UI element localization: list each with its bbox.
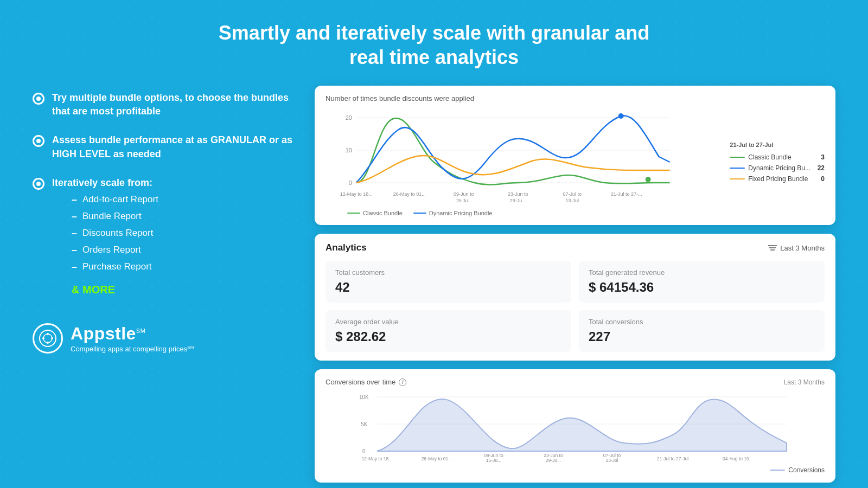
page-title: Smartly and iteratively scale with granu… (0, 0, 868, 86)
bullet-text-2: Assess bundle performance at as GRANULAR… (52, 133, 293, 160)
metric-total-revenue: Total generated revenue $ 64154.36 (579, 261, 825, 303)
bundle-chart-svg: 20 10 0 (326, 108, 721, 206)
bullet-text-1: Try multiple bundle options, to choose t… (52, 91, 293, 118)
svg-text:12-May to 18...: 12-May to 18... (340, 191, 373, 197)
svg-point-12 (618, 113, 624, 119)
filter-label: Last 3 Months (780, 244, 825, 252)
svg-point-5 (51, 337, 53, 339)
svg-point-2 (47, 333, 49, 335)
dynamic-line (413, 213, 426, 214)
svg-text:15-Ju...: 15-Ju... (456, 198, 472, 203)
svg-text:26-May to 01...: 26-May to 01... (422, 456, 452, 461)
sub-item-1: – Add-to-cart Report (72, 194, 158, 206)
conversions-title: Conversions over time i (326, 378, 406, 386)
filter-badge[interactable]: Last 3 Months (768, 244, 825, 252)
bullet-item-2: Assess bundle performance at as GRANULAR… (33, 133, 293, 160)
svg-text:0: 0 (362, 448, 366, 454)
chart1-bottom-legend: Classic Bundle Dynamic Pricing Bundle (326, 210, 721, 216)
sub-item-2: – Bundle Report (72, 211, 158, 222)
appstle-logo-icon (38, 329, 58, 348)
bullet-item-1: Try multiple bundle options, to choose t… (33, 91, 293, 118)
svg-text:29-Ju...: 29-Ju... (546, 458, 561, 462)
analytics-title: Analytics (326, 242, 367, 253)
conversions-chart-svg: 10K 5K 0 12-May to 18... 26-May to 01...… (326, 391, 825, 462)
filter-icon (768, 245, 777, 251)
legend-dynamic-bottom: Dynamic Pricing Bundle (413, 210, 493, 216)
svg-text:12-May to 18...: 12-May to 18... (362, 456, 393, 461)
sub-item-5: – Purchase Report (72, 261, 158, 273)
bullet-item-3: Iteratively scale from: – Add-to-cart Re… (33, 176, 293, 296)
svg-text:10: 10 (346, 147, 352, 153)
logo-section: AppstleSM Compelling apps at compelling … (33, 323, 293, 354)
metric-label-conversions: Total conversions (589, 318, 815, 326)
bullet-icon-2 (33, 135, 44, 147)
svg-text:10K: 10K (359, 394, 369, 400)
svg-text:04-Aug to 10...: 04-Aug to 10... (723, 456, 753, 461)
conversions-header: Conversions over time i Last 3 Months (326, 378, 825, 386)
analytics-grid: Total customers 42 Total generated reven… (326, 261, 825, 352)
metric-value-conversions: 227 (589, 329, 815, 344)
bullet-icon-3 (33, 178, 44, 190)
svg-text:20: 20 (346, 114, 352, 121)
svg-text:15-Ju...: 15-Ju... (486, 458, 501, 462)
logo-text-block: AppstleSM Compelling apps at compelling … (71, 324, 194, 353)
svg-point-13 (646, 177, 651, 182)
bundle-chart-legend: 21-Jul to 27-Jul Classic Bundle 3 Dynami… (730, 108, 825, 216)
hover-label: 21-Jul to 27-Jul (730, 142, 825, 148)
svg-text:29-Ju...: 29-Ju... (510, 198, 526, 203)
metric-conversions: Total conversions 227 (579, 310, 825, 352)
metric-value-revenue: $ 64154.36 (589, 280, 815, 295)
svg-text:0: 0 (349, 179, 352, 186)
logo-tagline: Compelling apps at compelling pricesSM (71, 345, 194, 353)
classic-line (347, 213, 360, 214)
sub-item-3: – Discounts Report (72, 228, 158, 239)
bundle-chart-card: Number of times bundle discounts were ap… (315, 86, 835, 225)
classic-legend-line (730, 157, 745, 158)
conversions-legend: Conversions (326, 466, 825, 474)
conversions-legend-line (770, 470, 785, 471)
metric-label-revenue: Total generated revenue (589, 268, 815, 277)
conversions-card: Conversions over time i Last 3 Months 10… (315, 369, 835, 483)
sub-list: – Add-to-cart Report – Bundle Report – D… (72, 194, 158, 273)
sub-item-4: – Orders Report (72, 245, 158, 256)
metric-value-customers: 42 (335, 280, 561, 295)
analytics-card: Analytics Last 3 Months Total customers … (315, 234, 835, 361)
svg-text:26-May to 01...: 26-May to 01... (393, 191, 426, 197)
fixed-legend-line (730, 178, 745, 179)
legend-classic: Classic Bundle 3 (730, 153, 825, 161)
svg-point-1 (43, 334, 52, 343)
metric-total-customers: Total customers 42 (326, 261, 571, 303)
svg-text:21-Jul to 27-...: 21-Jul to 27-... (611, 191, 642, 197)
svg-text:07-Jul to: 07-Jul to (563, 191, 582, 197)
legend-dynamic: Dynamic Pricing Bu... 22 (730, 164, 825, 172)
left-column: Try multiple bundle options, to choose t… (33, 86, 293, 354)
svg-text:21-Jul to 27-Jul: 21-Jul to 27-Jul (657, 456, 688, 461)
metric-label-avg-order: Average order value (335, 318, 561, 326)
svg-text:13-Jul: 13-Jul (605, 458, 618, 462)
bullet-text-3: Iteratively scale from: (52, 177, 152, 188)
metric-value-avg-order: $ 282.62 (335, 329, 561, 344)
svg-point-3 (47, 342, 49, 344)
svg-point-0 (40, 330, 56, 346)
right-column: Number of times bundle discounts were ap… (315, 86, 835, 483)
and-more: & MORE (72, 284, 158, 296)
legend-fixed: Fixed Pricing Bundle 0 (730, 175, 825, 183)
dynamic-legend-line (730, 168, 745, 169)
metric-avg-order: Average order value $ 282.62 (326, 310, 571, 352)
bundle-chart-svg-wrap: 20 10 0 (326, 108, 721, 216)
period-label: Last 3 Months (784, 378, 825, 386)
svg-text:23-Jun to: 23-Jun to (508, 191, 528, 197)
svg-point-4 (42, 337, 44, 339)
bundle-chart-title: Number of times bundle discounts were ap… (326, 94, 825, 102)
logo-circle (33, 323, 63, 354)
svg-text:5K: 5K (361, 421, 368, 427)
bullet-icon-1 (33, 93, 44, 105)
conversions-legend-label: Conversions (788, 466, 825, 474)
bullet-list: Try multiple bundle options, to choose t… (33, 91, 293, 296)
svg-text:09-Jun to: 09-Jun to (454, 191, 474, 197)
bundle-chart-area: 20 10 0 (326, 108, 825, 216)
logo-name: AppstleSM (71, 324, 194, 344)
legend-classic-bottom: Classic Bundle (347, 210, 403, 216)
analytics-header: Analytics Last 3 Months (326, 242, 825, 253)
svg-text:13-Jul: 13-Jul (565, 198, 579, 203)
